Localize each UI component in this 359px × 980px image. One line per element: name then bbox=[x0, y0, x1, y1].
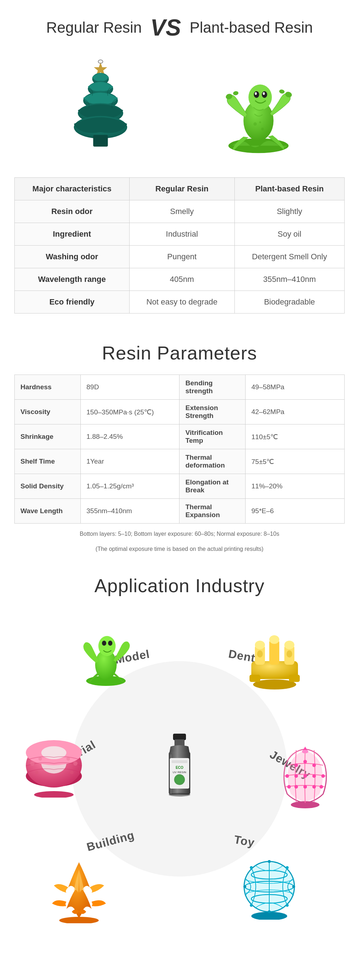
row-val2-4: Biodegradable bbox=[234, 291, 344, 313]
col-header-characteristics: Major characteristics bbox=[15, 178, 130, 200]
header-section: Regular Resin VS Plant-based Resin bbox=[0, 0, 359, 48]
svg-point-20 bbox=[261, 127, 264, 130]
svg-point-81 bbox=[70, 771, 74, 774]
svg-point-49 bbox=[294, 785, 298, 789]
regular-resin-image bbox=[38, 55, 164, 156]
application-circle: Model Dental Jewelry Toy Building Indust… bbox=[18, 607, 341, 931]
svg-point-48 bbox=[287, 785, 291, 789]
svg-point-70 bbox=[34, 791, 74, 797]
model-orange-building bbox=[47, 859, 111, 923]
param-label2-2: Vitrification Temp bbox=[180, 425, 246, 449]
svg-point-19 bbox=[253, 123, 257, 126]
svg-point-67 bbox=[250, 904, 253, 907]
svg-point-79 bbox=[73, 761, 78, 765]
svg-point-13 bbox=[255, 92, 257, 95]
left-product-label: Regular Resin bbox=[46, 19, 142, 36]
param-row: Wave Length 355nm–410nm Thermal Expansio… bbox=[15, 499, 345, 523]
param-row: Hardness 89D Bending strength 49–58MPa bbox=[15, 375, 345, 400]
param-val2-1: 42–62MPa bbox=[246, 400, 345, 425]
param-label2-3: Thermal deformation bbox=[180, 449, 246, 474]
svg-point-54 bbox=[302, 750, 308, 753]
row-val2-3: 355nm–410nm bbox=[234, 268, 344, 291]
center-bottle: ECO UV RESIN bbox=[158, 733, 201, 805]
param-val2-2: 110±5℃ bbox=[246, 425, 345, 449]
row-label-0: Resin odor bbox=[15, 200, 130, 223]
right-product-label: Plant-based Resin bbox=[189, 19, 313, 36]
param-row: Viscosity 150–350MPa·s (25℃) Extension S… bbox=[15, 400, 345, 425]
row-val1-1: Industrial bbox=[129, 223, 234, 246]
svg-point-34 bbox=[284, 641, 294, 649]
svg-rect-6 bbox=[93, 135, 108, 147]
comparison-row: Wavelength range 405nm 355nm–410nm bbox=[15, 268, 345, 291]
comparison-row: Washing odor Pungent Detergent Smell Onl… bbox=[15, 246, 345, 268]
row-val1-4: Not easy to degrade bbox=[129, 291, 234, 313]
svg-rect-38 bbox=[289, 675, 300, 682]
svg-text:ECO: ECO bbox=[176, 765, 183, 770]
application-section: Application Industry Model Dental Jewelr… bbox=[0, 560, 359, 952]
svg-rect-86 bbox=[172, 760, 187, 763]
svg-point-47 bbox=[321, 774, 325, 778]
param-val1-4: 1.05–1.25g/cm³ bbox=[80, 474, 180, 499]
svg-point-78 bbox=[67, 757, 70, 760]
svg-point-76 bbox=[30, 761, 35, 765]
vs-label: VS bbox=[151, 14, 181, 41]
svg-point-91 bbox=[169, 793, 190, 797]
comparison-row: Eco friendly Not easy to degrade Biodegr… bbox=[15, 291, 345, 313]
param-val1-0: 89D bbox=[80, 375, 180, 400]
svg-point-66 bbox=[286, 866, 289, 869]
svg-point-45 bbox=[303, 774, 307, 778]
svg-point-65 bbox=[250, 866, 253, 869]
svg-rect-82 bbox=[173, 733, 186, 740]
svg-rect-37 bbox=[249, 675, 260, 682]
param-val2-4: 11%–20% bbox=[246, 474, 345, 499]
param-val2-0: 49–58MPa bbox=[246, 375, 345, 400]
row-val2-0: Slightly bbox=[234, 200, 344, 223]
param-row: Shrinkage 1.88–2.45% Vitrification Temp … bbox=[15, 425, 345, 449]
model-pink-jewelry bbox=[276, 744, 334, 808]
row-label-1: Ingredient bbox=[15, 223, 130, 246]
svg-point-14 bbox=[263, 92, 265, 95]
row-label-3: Wavelength range bbox=[15, 268, 130, 291]
svg-point-21 bbox=[259, 121, 261, 124]
param-label2-1: Extension Strength bbox=[180, 400, 246, 425]
resin-params-section: Resin Parameters Hardness 89D Bending st… bbox=[0, 328, 359, 560]
row-val1-0: Smelly bbox=[129, 200, 234, 223]
svg-point-80 bbox=[35, 771, 38, 774]
svg-point-11 bbox=[254, 91, 259, 98]
svg-text:UV RESIN: UV RESIN bbox=[173, 771, 186, 774]
comparison-row: Resin odor Smelly Slightly bbox=[15, 200, 345, 223]
svg-point-35 bbox=[257, 650, 263, 657]
svg-point-64 bbox=[292, 885, 295, 888]
svg-point-41 bbox=[303, 760, 307, 764]
svg-point-51 bbox=[312, 785, 316, 789]
row-val2-1: Soy oil bbox=[234, 223, 344, 246]
col-header-plant: Plant-based Resin bbox=[234, 178, 344, 200]
param-val1-5: 355nm–410nm bbox=[80, 499, 180, 523]
param-val2-5: 95*E–6 bbox=[246, 499, 345, 523]
svg-point-40 bbox=[294, 764, 298, 767]
svg-point-24 bbox=[98, 636, 116, 656]
param-val1-2: 1.88–2.45% bbox=[80, 425, 180, 449]
param-label1-0: Hardness bbox=[15, 375, 81, 400]
application-title: Application Industry bbox=[7, 575, 352, 597]
svg-point-63 bbox=[243, 885, 246, 888]
col-header-regular: Regular Resin bbox=[129, 178, 234, 200]
svg-point-10 bbox=[248, 84, 272, 110]
svg-point-33 bbox=[269, 635, 279, 644]
svg-point-50 bbox=[303, 785, 307, 789]
svg-point-43 bbox=[285, 774, 289, 778]
svg-point-46 bbox=[312, 774, 316, 778]
params-note-line1: Bottom layers: 5–10; Bottom layer exposu… bbox=[14, 529, 345, 539]
param-val2-3: 75±5℃ bbox=[246, 449, 345, 474]
param-val1-1: 150–350MPa·s (25℃) bbox=[80, 400, 180, 425]
plant-resin-image bbox=[195, 55, 321, 156]
products-section bbox=[0, 48, 359, 170]
svg-point-25 bbox=[102, 641, 106, 646]
param-label2-0: Bending strength bbox=[180, 375, 246, 400]
param-label1-3: Shelf Time bbox=[15, 449, 81, 474]
comparison-table: Major characteristics Regular Resin Plan… bbox=[14, 177, 345, 313]
param-label2-5: Thermal Expansion bbox=[180, 499, 246, 523]
param-row: Shelf Time 1Year Thermal deformation 75±… bbox=[15, 449, 345, 474]
param-row: Solid Density 1.05–1.25g/cm³ Elongation … bbox=[15, 474, 345, 499]
svg-point-77 bbox=[38, 757, 42, 760]
